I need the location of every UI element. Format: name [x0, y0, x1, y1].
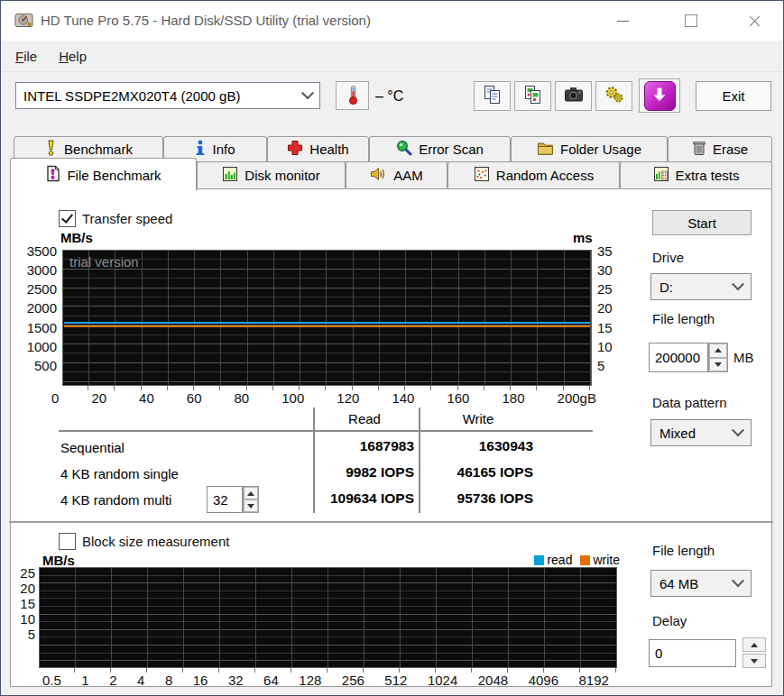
- tab-file-benchmark[interactable]: File Benchmark: [10, 158, 197, 191]
- read-speed-line: [64, 322, 590, 324]
- file-length-spinner[interactable]: 200000: [649, 343, 728, 371]
- transfer-speed-checkbox[interactable]: [59, 210, 76, 227]
- copy-text-button[interactable]: [474, 81, 511, 111]
- x-tick-label: 0: [51, 390, 59, 406]
- health-cross-icon: [287, 140, 303, 159]
- y-tick-label: 2000: [27, 300, 57, 316]
- x-tick-label: 2048: [478, 673, 508, 688]
- chevron-down-icon: [301, 87, 314, 99]
- y-tick-label: 10: [597, 339, 613, 354]
- row-label-sequential: Sequential: [60, 440, 125, 455]
- up-arrow-icon: [751, 643, 758, 647]
- trial-version-watermark: trial version: [69, 254, 139, 270]
- tab-folder-usage[interactable]: Folder Usage: [511, 136, 668, 162]
- tab-disk-monitor[interactable]: Disk monitor: [197, 161, 346, 189]
- menu-file[interactable]: File: [5, 44, 48, 69]
- y-tick-label: 2500: [27, 281, 57, 297]
- tab-erase[interactable]: Erase: [668, 136, 772, 162]
- write-speed-line: [64, 325, 590, 327]
- menu-bar: File Help: [1, 41, 783, 72]
- x-tick-label: 16: [193, 673, 208, 688]
- y-axis-right-ticks: 3530252015105: [597, 243, 621, 373]
- target-drive-select[interactable]: D:: [650, 273, 752, 300]
- x-tick-label: 32: [228, 673, 244, 688]
- menu-help[interactable]: Help: [48, 44, 97, 69]
- down-arrow-icon: [247, 504, 254, 508]
- queue-depth-value[interactable]: 32: [207, 486, 243, 513]
- x-tick-label: 1: [81, 673, 88, 688]
- tab-error-scan[interactable]: Error Scan: [369, 136, 511, 162]
- minimize-button[interactable]: [602, 7, 643, 34]
- chevron-down-icon: [732, 574, 744, 587]
- delay-input[interactable]: 0: [649, 639, 736, 667]
- window-title: HD Tune Pro 5.75 - Hard Disk/SSD Utility…: [41, 1, 371, 41]
- x-tick-label: 160: [447, 390, 469, 406]
- tab-extra-tests-label: Extra tests: [676, 168, 740, 183]
- start-button[interactable]: Start: [652, 210, 752, 235]
- drive-select[interactable]: INTEL SSDPE2MX020T4 (2000 gB): [15, 82, 320, 109]
- file-length-down-button[interactable]: [709, 358, 727, 372]
- sequential-read-value: 1687983: [315, 438, 414, 454]
- screenshot-button[interactable]: [555, 81, 592, 111]
- transfer-speed-checkbox-row[interactable]: Transfer speed: [59, 210, 172, 227]
- x-tick-label: 8192: [579, 673, 609, 688]
- x-tick-label: 180: [503, 390, 525, 406]
- close-button[interactable]: [733, 7, 775, 34]
- error-scan-magnifier-icon: [396, 140, 412, 159]
- transfer-speed-plot: trial version: [62, 250, 592, 386]
- y-axis-unit-bottom: MB/s: [42, 553, 75, 568]
- tab-random-access[interactable]: Random Access: [447, 161, 620, 189]
- file-length-value[interactable]: 200000: [649, 343, 708, 372]
- y-tick-label: 25: [20, 565, 35, 581]
- file-length-label: File length: [652, 311, 715, 326]
- minimize-icon: [617, 21, 629, 22]
- section-separator: [9, 521, 773, 523]
- queue-depth-up-button[interactable]: [244, 487, 258, 499]
- file-length-unit: MB: [733, 350, 754, 365]
- y-tick-label: 3000: [27, 262, 57, 278]
- block-file-length-select[interactable]: 64 MB: [650, 570, 752, 597]
- queue-depth-spinner[interactable]: 32: [207, 486, 259, 511]
- trash-icon: [692, 140, 706, 159]
- x-axis-ticks: 020406080100120140160180200gB: [51, 390, 596, 406]
- copy-image-icon: [522, 84, 544, 108]
- delay-down-button[interactable]: [742, 654, 766, 668]
- x-tick-label: 2: [109, 673, 116, 688]
- table-header-rule: [59, 430, 593, 432]
- row-label-4kb-single: 4 KB random single: [60, 466, 179, 481]
- x-tick-label: 40: [139, 390, 154, 406]
- legend: read write: [488, 553, 620, 567]
- sequential-write-value: 1630943: [425, 438, 533, 454]
- file-benchmark-document-icon: [45, 165, 60, 185]
- tab-benchmark-label: Benchmark: [64, 142, 133, 157]
- data-pattern-value: Mixed: [659, 426, 696, 441]
- y-tick-label: 500: [34, 358, 57, 373]
- x-tick-label: 140: [392, 390, 414, 406]
- y-tick-label: 30: [597, 262, 613, 278]
- copy-image-button[interactable]: [514, 81, 551, 111]
- tab-aam[interactable]: AAM: [346, 161, 447, 189]
- tab-health[interactable]: Health: [267, 136, 369, 162]
- block-size-checkbox-row[interactable]: Block size measurement: [59, 533, 229, 550]
- close-icon: [748, 14, 761, 28]
- save-results-button[interactable]: [639, 78, 680, 113]
- file-length-up-button[interactable]: [709, 343, 727, 358]
- tab-extra-tests[interactable]: Extra tests: [620, 161, 772, 189]
- block-size-checkbox[interactable]: [59, 533, 76, 550]
- tab-health-label: Health: [309, 142, 348, 157]
- temperature-button[interactable]: [336, 81, 369, 110]
- x-tick-label: 128: [299, 673, 321, 688]
- data-pattern-select[interactable]: Mixed: [650, 419, 752, 446]
- exit-button[interactable]: Exit: [696, 81, 771, 111]
- y-tick-label: 20: [20, 581, 35, 596]
- 4kb-single-write-value: 46165 IOPS: [425, 464, 533, 481]
- queue-depth-down-button[interactable]: [244, 499, 258, 512]
- x-tick-label: 512: [384, 673, 407, 688]
- y-tick-label: 1500: [27, 320, 57, 335]
- delay-up-button[interactable]: [742, 637, 766, 652]
- exit-button-label: Exit: [722, 88, 744, 104]
- y-tick-label: 20: [597, 300, 613, 316]
- 4kb-single-read-value: 9982 IOPS: [315, 464, 414, 481]
- maximize-button[interactable]: [670, 7, 712, 34]
- options-button[interactable]: [595, 81, 632, 111]
